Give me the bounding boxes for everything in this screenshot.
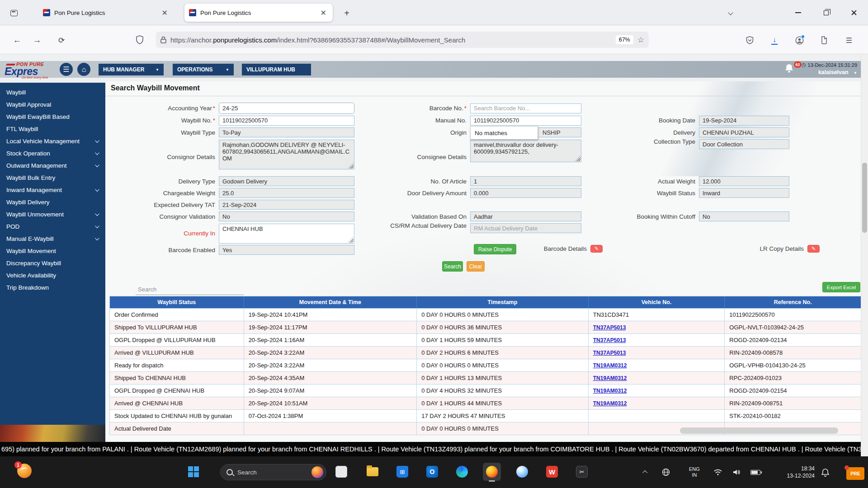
taskbar-icon-firefox[interactable] [483,463,501,481]
back-button[interactable]: ← [10,33,24,47]
table-row[interactable]: Order Confirmed19-Sep-2024 10:41PM0 DAY … [110,308,861,321]
field-actual-weight[interactable]: 12.000 [699,176,789,186]
url-bar[interactable]: https://anchor.ponpurelogistics.com/inde… [156,32,649,48]
sidebar-item-discrepancy-waybill[interactable]: Discrepancy Waybill [0,257,105,269]
globe-network-icon[interactable] [662,456,670,488]
battery-icon[interactable] [750,456,760,488]
taskbar-corner-app-icon[interactable]: 1 [17,464,32,478]
vehicle-link[interactable]: TN19AM0312 [593,362,627,369]
field-collection-type[interactable]: Door Collection [699,139,789,149]
taskbar-search[interactable]: Search [220,464,326,480]
firefox-view-button[interactable] [7,6,21,20]
field-barcode-enabled[interactable]: Yes [219,245,354,255]
table-row[interactable]: Shipped To VILLUPURAM HUB19-Sep-2024 11:… [110,321,861,333]
sidebar-item-outward-management[interactable]: Outward Management [0,160,105,172]
taskbar-icon-outlook[interactable]: O [423,463,441,481]
nav-dropdown-operations[interactable]: OPERATIONS▼ [173,64,234,75]
home-button[interactable]: ⌂ [77,63,90,76]
close-button[interactable]: ✕ [840,0,868,25]
vertical-scrollbar-thumb[interactable] [862,163,867,233]
sidebar-item-local-vehicle-management[interactable]: Local Vehicle Management [0,135,105,147]
sidebar-item-waybill-movement[interactable]: Waybill Movement [0,245,105,257]
forward-button[interactable]: → [30,33,44,47]
sidebar-item-waybill-approval[interactable]: Waybill Approval [0,99,105,111]
pre-tray-badge[interactable]: PRE [846,467,864,480]
bookmark-star-icon[interactable]: ☆ [637,35,644,45]
field-chargeable-weight[interactable]: 25.0 [219,188,354,198]
export-excel-button[interactable]: Export Excel [822,282,860,292]
field-consignee-details[interactable]: manivel,thiruvallur door delivery-600099… [470,140,581,162]
new-tab-button[interactable]: + [340,6,354,20]
field-waybill-no[interactable]: 10119022500570 [219,116,354,126]
column-header-waybill-status[interactable]: Waybill Status [110,296,244,308]
table-row[interactable]: Shipped To CHENNAI HUB20-Sep-2024 4:35AM… [110,371,861,384]
table-filter-input[interactable] [136,284,244,295]
taskbar-icon-window[interactable] [332,463,350,481]
taskbar-notifications-bell[interactable] [821,468,830,477]
tray-hidden-icons-chevron[interactable] [644,456,647,488]
field-origin[interactable]: NSHIPNo matches [470,127,581,137]
sidebar-item-waybill-unmovement[interactable]: Waybill Unmovement [0,208,105,221]
barcode-details-edit-button[interactable]: ✎ [590,245,603,253]
sidebar-item-trip-breakdown[interactable]: Trip Breakdown [0,282,105,294]
field-expected-delivery-tat[interactable]: 21-Sep-2024 [219,200,354,210]
column-header-vehicle-no[interactable]: Vehicle No. [589,296,725,308]
wifi-icon[interactable] [713,456,722,488]
field-cs-rm-actual-delivery-date[interactable]: RM Actual Delivery Date [470,223,581,233]
raise-dispute-button[interactable]: Raise Dispute [474,244,516,254]
sidebar-item-manual-e-waybill[interactable]: Manual E-Waybill [0,233,105,245]
menu-hamburger-icon[interactable]: ☰ [842,33,856,47]
language-indicator[interactable]: ENGIN [689,456,700,488]
column-header-reference-no[interactable]: Reference No. [725,296,861,308]
nav-dropdown-hub-manager[interactable]: HUB MANAGER▼ [99,64,164,75]
taskbar-icon-wps[interactable]: W [543,463,561,481]
zoom-level-badge[interactable]: 67% [616,35,633,44]
downloads-icon[interactable]: ↓ [768,33,781,47]
restore-button[interactable] [812,0,840,25]
sidebar-item-inward-management[interactable]: Inward Management [0,184,105,196]
field-currently-in[interactable]: CHENNAI HUB [219,224,354,244]
table-row[interactable]: OGPL Dropped @ VILLUPURAM HUB20-Sep-2024… [110,333,861,346]
taskbar-icon-sphere[interactable] [513,463,531,481]
clear-button[interactable]: Clear [467,261,485,272]
vehicle-link[interactable]: TN19AM0312 [593,400,627,407]
table-row[interactable]: Arrived @ CHENNAI HUB20-Sep-2024 10:51AM… [110,397,861,409]
tab-close-icon[interactable]: ✕ [160,9,170,17]
pocket-icon[interactable] [743,33,756,47]
field-waybill-status[interactable]: Inward [699,188,789,198]
account-icon[interactable] [793,33,806,47]
field-delivery[interactable]: CHENNAI PUZHAL [699,127,789,137]
lr-copy-edit-button[interactable]: ✎ [807,245,820,253]
sidebar-item-waybill-delivery[interactable]: Waybill Delivery [0,196,105,208]
horizontal-scrollbar-thumb[interactable] [680,427,838,434]
field-accounting-year[interactable]: 24-25 [219,103,354,114]
search-button[interactable]: Search [442,261,463,272]
start-button[interactable] [188,466,201,478]
field-waybill-type[interactable]: To-Pay [219,127,354,137]
nav-dropdown-villupuram-hub[interactable]: VILLUPURAM HUB [242,64,311,75]
sidebar-item-vehicle-availability[interactable]: Vehicle Availability [0,269,105,282]
taskbar-icon-snip[interactable]: ✂ [573,463,591,481]
column-header-movement-date-time[interactable]: Movement Date & Time [244,296,417,308]
taskbar-clock[interactable]: 18:34 13-12-2024 [780,456,815,488]
field-booking-within-cutoff[interactable]: No [699,211,789,221]
taskbar-icon-store[interactable]: ⊞ [393,463,411,481]
field-delivery-type[interactable]: Godown Delivery [219,176,354,186]
vertical-scrollbar[interactable] [861,54,868,456]
minimize-button[interactable] [784,0,812,25]
field-validation-based-on[interactable]: Aadhar [470,211,581,221]
user-menu[interactable]: kalaiselvan ▼ [818,69,857,75]
table-row[interactable]: OGPL Dropped @ CHENNAI HUB20-Sep-2024 9:… [110,384,861,397]
vehicle-link[interactable]: TN37AP5013 [593,337,626,343]
sidebar-item-waybill-ewaybill-based[interactable]: Waybill EwayBill Based [0,111,105,123]
sidebar-item-waybill-bulk-entry[interactable]: Waybill Bulk Entry [0,172,105,184]
bing-sphere-icon[interactable] [311,466,323,478]
table-row[interactable]: Stock Updated to CHENNAI HUB by gunalan0… [110,409,861,422]
shield-icon[interactable] [136,35,144,44]
field-booking-date[interactable]: 19-Sep-2024 [699,116,789,126]
field-barcode-no[interactable]: Search Barcode No... [470,103,581,113]
table-row[interactable]: Arrived @ VILLUPURAM HUB20-Sep-2024 3:22… [110,346,861,359]
notifications-bell[interactable]: 62 [784,63,798,76]
browser-tab-2-active[interactable]: Pon Pure Logistics ✕ [184,4,333,22]
column-header-timestamp[interactable]: Timestamp [417,296,589,308]
